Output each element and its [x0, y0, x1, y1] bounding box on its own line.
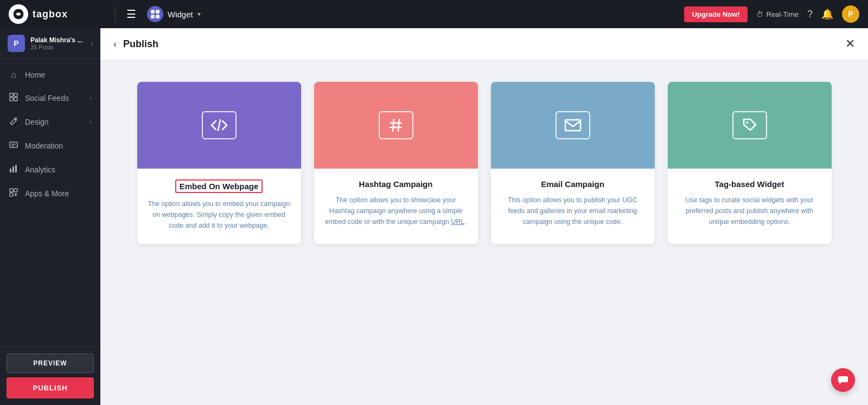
publish-title: Publish: [123, 38, 158, 50]
sidebar-nav: ⌂ Home Social Feeds ›: [0, 59, 100, 346]
embed-webpage-title-row: Embed On Webpage: [148, 179, 290, 193]
preview-button[interactable]: PREVIEW: [7, 353, 94, 373]
widget-selector[interactable]: Widget ▾: [147, 6, 201, 22]
hamburger-button[interactable]: ☰: [124, 5, 138, 23]
realtime-label: Real-Time: [767, 10, 799, 18]
sidebar-user-info: Palak Mishra's ... 35 Posts: [30, 36, 85, 50]
hashtag-campaign-card-desc: The option allows you to showcase your H…: [325, 195, 467, 227]
svg-rect-17: [10, 193, 13, 196]
analytics-icon: [9, 164, 18, 175]
tagbox-logo-icon: [9, 4, 28, 24]
back-button[interactable]: ‹: [113, 38, 117, 50]
svg-rect-25: [565, 120, 580, 131]
sidebar-user-chevron-icon: ›: [91, 40, 93, 47]
sidebar: P Palak Mishra's ... 35 Posts › ⌂ Home: [0, 28, 100, 405]
main-layout: P Palak Mishra's ... 35 Posts › ⌂ Home: [0, 28, 868, 405]
email-campaign-card-icon-area: [491, 82, 655, 169]
hashtag-campaign-card-title: Hashtag Campaign: [359, 179, 433, 189]
svg-rect-12: [10, 169, 11, 172]
email-campaign-card-title: Email Campaign: [541, 179, 604, 189]
email-campaign-title-row: Email Campaign: [502, 179, 644, 189]
hashtag-campaign-card[interactable]: Hashtag Campaign The option allows you t…: [314, 82, 478, 244]
home-icon: ⌂: [9, 70, 18, 80]
user-avatar[interactable]: P: [842, 5, 859, 23]
widget-name-label: Widget: [168, 10, 193, 19]
embed-webpage-card-title: Embed On Webpage: [175, 179, 263, 193]
help-button[interactable]: ?: [807, 9, 813, 20]
sidebar-user-avatar: P: [8, 35, 25, 52]
sidebar-item-moderation[interactable]: Moderation: [0, 134, 100, 158]
svg-rect-3: [151, 15, 155, 18]
hashtag-campaign-title-row: Hashtag Campaign: [325, 179, 467, 189]
tag-based-widget-card-desc: Use tags to curate social widgets with y…: [679, 195, 821, 227]
tag-based-widget-card-body: Tag-based Widget Use tags to curate soci…: [668, 169, 832, 240]
sidebar-item-home-label: Home: [25, 70, 92, 79]
svg-rect-15: [10, 189, 13, 192]
design-icon: [9, 117, 18, 127]
svg-rect-5: [10, 93, 13, 97]
svg-rect-16: [14, 189, 17, 192]
sidebar-item-design-label: Design: [25, 118, 83, 126]
sidebar-user-posts: 35 Posts: [30, 44, 85, 50]
header-divider: [115, 6, 116, 22]
publish-button[interactable]: PUBLISH: [7, 377, 94, 398]
hashtag-campaign-card-icon-area: [314, 82, 478, 169]
embed-webpage-card[interactable]: Embed On Webpage The option allows you t…: [137, 82, 301, 244]
url-link[interactable]: URL: [451, 218, 464, 226]
svg-rect-6: [14, 93, 17, 97]
sidebar-item-social-feeds-label: Social Feeds: [25, 94, 83, 102]
realtime-button[interactable]: ⏱ Real-Time: [756, 10, 799, 18]
logo-area: tagbox: [9, 4, 106, 24]
email-campaign-card-body: Email Campaign This option allows you to…: [491, 169, 655, 240]
tag-based-widget-card-icon-area: [668, 82, 832, 169]
publish-cards-grid: Embed On Webpage The option allows you t…: [105, 60, 864, 266]
svg-rect-8: [14, 98, 17, 101]
top-header: tagbox ☰ Widget ▾ Upgrade Now! ⏱ Real-Ti…: [0, 0, 868, 28]
moderation-icon: [9, 140, 18, 151]
publish-header-left: ‹ Publish: [113, 38, 158, 50]
embed-webpage-card-desc: The option allows you to embed your camp…: [148, 198, 290, 231]
sidebar-footer: PREVIEW PUBLISH: [0, 346, 100, 405]
apps-more-icon: [9, 188, 18, 199]
sidebar-item-apps-more-label: Apps & More: [25, 189, 92, 198]
widget-avatar-icon: [147, 6, 163, 22]
sidebar-item-design[interactable]: Design ›: [0, 110, 100, 134]
sidebar-item-analytics-label: Analytics: [25, 165, 92, 174]
sidebar-item-home[interactable]: ⌂ Home: [0, 63, 100, 86]
email-campaign-card-desc: This option allows you to publish your U…: [502, 195, 644, 227]
publish-panel: ‹ Publish ✕: [100, 28, 868, 405]
sidebar-user-section[interactable]: P Palak Mishra's ... 35 Posts ›: [0, 28, 100, 59]
svg-point-26: [746, 121, 748, 124]
svg-line-22: [398, 119, 399, 131]
notifications-button[interactable]: 🔔: [821, 8, 833, 20]
svg-rect-14: [15, 165, 17, 172]
svg-line-21: [393, 119, 394, 131]
sidebar-item-moderation-label: Moderation: [25, 142, 92, 150]
hashtag-campaign-card-body: Hashtag Campaign The option allows you t…: [314, 169, 478, 240]
tag-based-widget-card-title: Tag-based Widget: [715, 179, 784, 189]
sidebar-item-analytics[interactable]: Analytics: [0, 158, 100, 182]
design-chevron-icon: ›: [90, 119, 92, 125]
svg-rect-2: [156, 10, 159, 14]
logo-text: tagbox: [33, 9, 68, 20]
close-button[interactable]: ✕: [845, 37, 855, 51]
svg-rect-9: [10, 142, 17, 147]
upgrade-now-button[interactable]: Upgrade Now!: [684, 7, 747, 22]
sidebar-item-apps-more[interactable]: Apps & More: [0, 182, 100, 205]
chat-bubble-button[interactable]: [831, 368, 855, 392]
svg-rect-7: [10, 98, 13, 101]
sidebar-item-social-feeds[interactable]: Social Feeds ›: [0, 86, 100, 110]
hashtag-icon: [379, 111, 413, 139]
realtime-icon: ⏱: [756, 10, 763, 18]
content-area: ‹ Publish ✕: [100, 28, 868, 405]
svg-line-20: [218, 120, 220, 131]
tag-based-widget-card[interactable]: Tag-based Widget Use tags to curate soci…: [668, 82, 832, 244]
email-campaign-card[interactable]: Email Campaign This option allows you to…: [491, 82, 655, 244]
embed-code-icon: [202, 111, 237, 139]
email-icon: [556, 111, 590, 139]
embed-webpage-card-body: Embed On Webpage The option allows you t…: [137, 169, 301, 244]
sidebar-user-name: Palak Mishra's ...: [30, 36, 85, 44]
social-feeds-icon: [9, 93, 18, 104]
svg-rect-4: [156, 15, 159, 18]
header-right: Upgrade Now! ⏱ Real-Time ? 🔔 P: [684, 5, 859, 23]
